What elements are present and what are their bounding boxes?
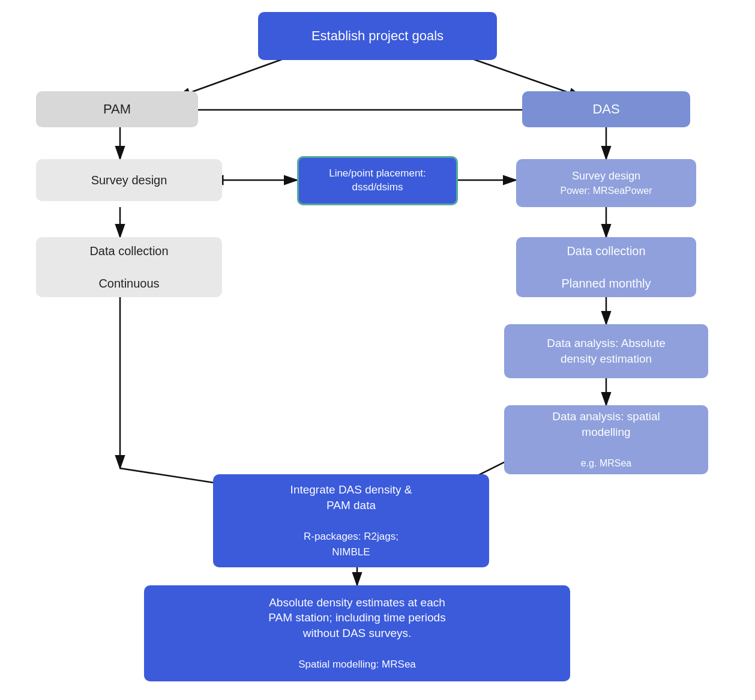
data-collection-pam-label: Data collectionContinuous xyxy=(89,243,168,292)
data-collection-das-node: Data collectionPlanned monthly xyxy=(516,237,696,297)
establish-goals-node: Establish project goals xyxy=(258,12,497,60)
diagram: Establish project goals PAM DAS Survey d… xyxy=(0,0,755,700)
line-point-label: Line/point placement:dssd/dsims xyxy=(329,167,426,195)
data-analysis-absolute-label: Data analysis: Absolutedensity estimatio… xyxy=(547,336,666,366)
survey-design-pam-node: Survey design xyxy=(36,159,222,201)
establish-goals-label: Establish project goals xyxy=(311,27,444,45)
data-collection-pam-node: Data collectionContinuous xyxy=(36,237,222,297)
integrate-label: Integrate DAS density &PAM dataR-package… xyxy=(290,482,412,560)
survey-design-pam-label: Survey design xyxy=(91,172,167,189)
data-analysis-spatial-node: Data analysis: spatialmodellinge.g. MRSe… xyxy=(504,405,708,474)
das-label: DAS xyxy=(592,100,619,118)
integrate-node: Integrate DAS density &PAM dataR-package… xyxy=(213,474,489,567)
survey-design-das-node: Survey designPower: MRSeaPower xyxy=(516,159,696,207)
line-point-node: Line/point placement:dssd/dsims xyxy=(297,156,458,205)
das-node: DAS xyxy=(522,91,690,127)
absolute-density-label: Absolute density estimates at eachPAM st… xyxy=(268,595,445,672)
data-analysis-spatial-label: Data analysis: spatialmodellinge.g. MRSe… xyxy=(552,409,660,471)
pam-label: PAM xyxy=(103,100,131,118)
absolute-density-node: Absolute density estimates at eachPAM st… xyxy=(144,585,570,681)
survey-design-das-label: Survey designPower: MRSeaPower xyxy=(561,169,652,198)
pam-node: PAM xyxy=(36,91,198,127)
data-collection-das-label: Data collectionPlanned monthly xyxy=(562,243,651,292)
data-analysis-absolute-node: Data analysis: Absolutedensity estimatio… xyxy=(504,324,708,378)
